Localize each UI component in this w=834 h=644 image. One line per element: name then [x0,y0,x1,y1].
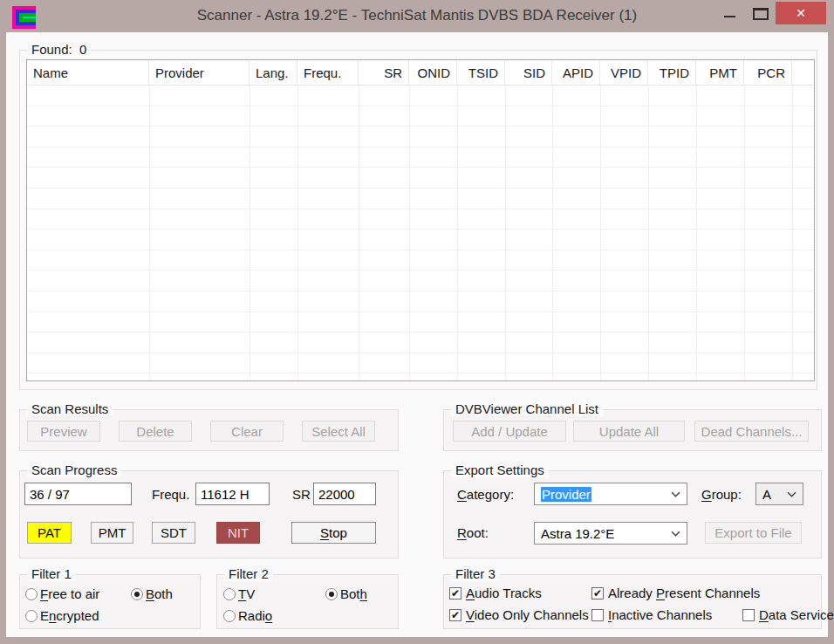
column-header-filler [792,60,814,85]
frequ-label: Frequ. [152,487,189,502]
filter2-title: Filter 2 [224,566,273,581]
radio-both-crypt[interactable] [131,588,143,600]
select-all-button[interactable]: Select All [302,421,375,442]
checkbox-already-present[interactable]: ✔ [591,587,604,599]
close-icon: ✕ [796,6,806,20]
dead-channels-button[interactable]: Dead Channels... [694,421,809,442]
pat-indicator: PAT [27,522,72,544]
clear-button[interactable]: Clear [210,421,284,442]
radio-radio-label: Radio [238,608,272,623]
radio-free-to-air[interactable] [25,588,38,600]
stop-label-post: top [329,525,347,540]
column-header-vpid[interactable]: VPID [600,60,648,85]
column-gridline [648,86,649,380]
checkbox-data-services-label: Data Services [759,607,834,622]
group-label: Group: [701,487,742,502]
column-header-name[interactable]: Name [27,60,149,85]
column-header-pcr[interactable]: PCR [744,60,792,85]
column-header-sr[interactable]: SR [359,60,409,85]
export-settings-title: Export Settings [451,462,549,477]
sdt-indicator: SDT [152,522,195,544]
nit-indicator: NIT [216,522,260,544]
column-gridline [359,86,359,380]
radio-both-av[interactable] [325,588,338,600]
found-group-title: Found: 0 [27,42,91,57]
found-label: Found: [31,42,72,57]
maximize-button[interactable] [746,2,776,26]
results-table-body[interactable] [27,86,814,380]
frequency-field[interactable] [195,483,270,505]
chevron-down-icon [671,491,680,497]
category-combobox[interactable]: Provider [534,483,687,505]
root-combobox[interactable]: Astra 19.2°E [534,522,687,545]
column-header-onid[interactable]: ONID [409,60,457,85]
results-table-header: Name Provider Lang. Frequ. SR ONID TSID … [27,60,814,86]
checkbox-already-present-label: Already Present Channels [608,586,760,600]
radio-encrypted[interactable] [25,610,38,622]
sr-label: SR [292,487,311,502]
channel-list-title: DVBViewer Channel List [451,401,603,416]
filter1-group: Filter 1 Free to air Both Encrypted [19,574,201,629]
checkbox-data-services[interactable]: ✔ [742,609,755,621]
column-gridline [250,86,250,380]
stop-button[interactable]: Stop [291,522,376,544]
column-gridline [297,86,298,380]
maximize-icon [753,8,769,20]
filter3-group: Filter 3 ✔ Audio Tracks ✔ Already Presen… [443,574,822,629]
column-gridline [457,86,458,380]
minimize-icon [724,16,735,17]
radio-both-crypt-label: Both [146,586,173,601]
radio-tv[interactable] [223,588,236,600]
client-area: Found: 0 Name Provider Lang. Frequ. SR O… [6,32,828,637]
group-combobox[interactable]: A [755,483,803,505]
results-table: Name Provider Lang. Frequ. SR ONID TSID … [26,59,815,381]
scan-results-group: Scan Results Preview Delete Clear Select… [19,409,399,451]
column-header-provider[interactable]: Provider [149,60,250,85]
root-label: Root: [457,525,489,540]
radio-both-av-label: Both [340,586,367,601]
checkbox-inactive-channels-label: Inactive Channels [608,607,712,622]
chevron-down-icon [787,491,796,497]
column-header-pmt[interactable]: PMT [696,60,744,85]
minimize-button[interactable] [715,2,743,26]
chevron-down-icon [671,531,680,537]
symbolrate-field[interactable] [313,483,376,505]
column-header-lang[interactable]: Lang. [250,60,297,85]
checkbox-video-only-label: Video Only Channels [466,607,589,622]
checkbox-video-only[interactable]: ✔ [449,609,461,621]
column-header-apid[interactable]: APID [552,60,600,85]
column-gridline [505,86,506,380]
filter2-group: Filter 2 TV Both Radio [216,574,399,629]
column-gridline [600,86,601,380]
scan-progress-group: Scan Progress Frequ. SR PAT PMT SDT NIT … [19,470,399,558]
channel-list-group: DVBViewer Channel List Add / Update Upda… [443,409,822,451]
check-icon: ✔ [451,610,460,620]
stop-label-key: S [320,525,329,540]
column-gridline [792,86,793,380]
column-header-tsid[interactable]: TSID [457,60,505,85]
update-all-button[interactable]: Update All [573,421,685,442]
filter3-title: Filter 3 [451,566,500,581]
column-gridline [409,86,410,380]
titlebar: Scanner - Astra 19.2°E - TechniSat Manti… [0,0,834,32]
checkbox-audio-tracks[interactable]: ✔ [449,587,461,599]
radio-radio[interactable] [223,610,236,622]
column-header-frequ[interactable]: Frequ. [297,60,359,85]
radio-tv-label: TV [238,586,255,601]
add-update-button[interactable]: Add / Update [453,421,566,442]
delete-button[interactable]: Delete [119,421,192,442]
check-icon: ✔ [451,588,460,599]
radio-dot [329,592,334,597]
export-to-file-button[interactable]: Export to File [705,522,802,544]
column-header-tpid[interactable]: TPID [648,60,696,85]
group-value: A [762,487,787,502]
checkbox-inactive-channels[interactable]: ✔ [591,609,604,621]
check-icon: ✔ [593,588,602,599]
close-button[interactable]: ✕ [776,2,826,24]
column-gridline [552,86,553,380]
column-gridline [149,86,150,380]
column-gridline [744,86,745,380]
progress-field[interactable] [24,483,132,505]
preview-button[interactable]: Preview [27,421,100,442]
column-header-sid[interactable]: SID [505,60,552,85]
